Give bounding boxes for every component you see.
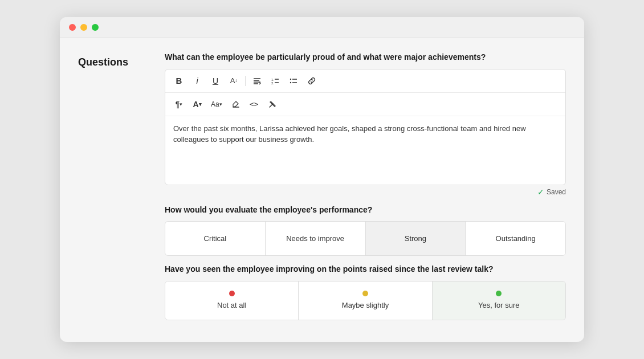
font-color-button[interactable]: A▾ xyxy=(189,96,205,112)
clear-format-icon xyxy=(268,100,276,108)
font-size2-button[interactable]: Aa▾ xyxy=(207,96,226,112)
paragraph-button[interactable]: ¶▾ xyxy=(171,96,187,112)
code-button[interactable]: <> xyxy=(246,96,262,112)
svg-point-8 xyxy=(290,79,291,80)
question-3-label: Have you seen the employee improving on … xyxy=(165,264,566,275)
unordered-list-button[interactable] xyxy=(286,73,301,89)
underline-button[interactable]: U xyxy=(207,73,223,89)
saved-check-icon: ✓ xyxy=(537,187,544,197)
yes-for-sure-label: Yes, for sure xyxy=(478,301,520,309)
italic-button[interactable]: i xyxy=(189,73,205,89)
saved-row: ✓ Saved xyxy=(165,187,566,197)
improvement-options: Not at all Maybe slightly Yes, for sure xyxy=(165,281,566,320)
performance-options: Critical Needs to improve Strong Outstan… xyxy=(165,221,566,256)
sidebar: Questions xyxy=(78,52,146,328)
toolbar-row-1: B i U A↕ xyxy=(165,70,565,93)
question-2-label: How would you evaluate the employee's pe… xyxy=(165,205,566,216)
question-1-label: What can the employee be particularly pr… xyxy=(165,52,566,63)
dot-red-icon xyxy=(229,291,235,296)
titlebar xyxy=(60,17,584,38)
minimize-button[interactable] xyxy=(80,24,87,31)
saved-label: Saved xyxy=(547,188,566,196)
question-3-section: Have you seen the employee improving on … xyxy=(165,264,566,320)
option-outstanding[interactable]: Outstanding xyxy=(466,222,565,255)
dot-green-icon xyxy=(496,291,502,296)
svg-point-9 xyxy=(290,82,291,83)
maximize-button[interactable] xyxy=(92,24,99,31)
not-at-all-label: Not at all xyxy=(217,301,246,309)
sidebar-title: Questions xyxy=(78,52,146,68)
ordered-list-icon: 1. 2. xyxy=(271,77,279,85)
highlight-icon xyxy=(232,100,240,108)
layout: Questions What can the employee be parti… xyxy=(78,52,566,328)
option-critical[interactable]: Critical xyxy=(165,222,266,255)
editor-body[interactable]: Over the past six months, Larissa achiev… xyxy=(165,116,565,185)
ordered-list-button[interactable]: 1. 2. xyxy=(267,73,283,89)
align-icon xyxy=(253,77,261,85)
option-needs-improve[interactable]: Needs to improve xyxy=(266,222,366,255)
dot-yellow-icon xyxy=(362,291,368,296)
separator-1 xyxy=(245,76,246,86)
option-not-at-all[interactable]: Not at all xyxy=(165,282,299,320)
highlight-button[interactable] xyxy=(228,96,244,112)
unordered-list-icon xyxy=(290,77,297,85)
font-size-button[interactable]: A↕ xyxy=(226,73,242,89)
svg-text:2.: 2. xyxy=(271,81,274,85)
link-button[interactable] xyxy=(304,73,320,89)
maybe-slightly-label: Maybe slightly xyxy=(342,301,389,309)
bold-button[interactable]: B xyxy=(171,73,187,89)
toolbar-row-2: ¶▾ A▾ Aa▾ <> xyxy=(165,93,565,116)
option-yes-for-sure[interactable]: Yes, for sure xyxy=(433,282,565,320)
option-strong[interactable]: Strong xyxy=(366,222,466,255)
link-icon xyxy=(308,77,316,85)
rich-text-editor[interactable]: B i U A↕ xyxy=(165,69,566,185)
page-content: Questions What can the employee be parti… xyxy=(60,38,584,342)
option-maybe-slightly[interactable]: Maybe slightly xyxy=(299,282,432,320)
align-button[interactable] xyxy=(249,73,265,89)
svg-line-14 xyxy=(270,104,273,107)
main-content: What can the employee be particularly pr… xyxy=(165,52,566,328)
question-2-section: How would you evaluate the employee's pe… xyxy=(165,205,566,256)
clear-format-button[interactable] xyxy=(264,96,280,112)
app-window: Questions What can the employee be parti… xyxy=(60,17,584,342)
question-1-section: What can the employee be particularly pr… xyxy=(165,52,566,197)
close-button[interactable] xyxy=(69,24,76,31)
